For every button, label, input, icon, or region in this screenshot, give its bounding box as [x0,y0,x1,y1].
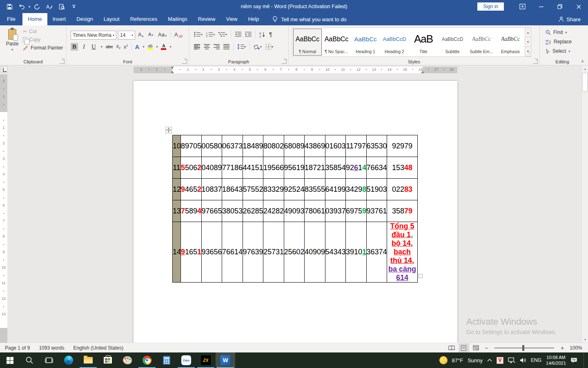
paste-button[interactable]: Paste ▾ [3,28,21,55]
table-cell[interactable]: 92614 [346,157,367,179]
table-cell[interactable]: 77186 [222,157,243,179]
table-cell[interactable]: 51903 [366,179,387,200]
tab-insert[interactable]: Insert [47,13,71,25]
font-dialog-launcher[interactable] [182,59,187,64]
style-h2[interactable]: AaBbCcDHeading 2 [380,29,409,56]
font-family-combo[interactable]: Times New Roma ▾ [71,31,116,40]
table-cell[interactable]: 39101 [346,222,367,283]
first-line-indent-marker[interactable] [171,67,174,69]
weather-sun-icon[interactable] [439,356,448,364]
gallery-scroll-down-icon[interactable]: ▼ [525,37,531,47]
table-cell[interactable]: 11797 [346,135,367,157]
table-cell[interactable]: 83329 [263,179,284,200]
italic-button[interactable]: I [81,43,87,51]
tray-chevron-up-icon[interactable] [487,359,492,362]
zx-app-button[interactable]: ZX [196,352,216,368]
table-cell[interactable]: 01603 [325,135,346,157]
zoom-in-button[interactable]: + [559,345,566,351]
hanging-indent-marker[interactable] [171,71,174,73]
paint-button[interactable] [118,352,137,368]
speaker-icon[interactable] [520,357,526,363]
table-cell[interactable]: 68089 [284,135,305,157]
table-cell[interactable]: 89705 [181,135,202,157]
show-desktop-button[interactable] [584,352,586,368]
tab-design[interactable]: Design [71,13,98,25]
calculator-button[interactable] [157,352,176,368]
table-cell[interactable]: 91651 [181,222,202,283]
change-case-button[interactable]: Aa▾ [157,31,168,38]
table-cell[interactable]: 80802 [263,135,284,157]
table-cell[interactable]: 40909 [305,222,325,283]
table-cell[interactable]: 18643 [222,179,243,200]
pen-tool-icon[interactable]: A [44,1,55,12]
print-preview-icon[interactable] [56,1,67,12]
table-cell[interactable]: 93656 [201,222,222,283]
tab-view[interactable]: View [220,13,243,25]
table-cell[interactable]: 18489 [243,135,263,157]
read-mode-button[interactable] [446,343,457,352]
print-layout-button[interactable] [459,343,469,352]
customize-qat-icon[interactable] [69,1,79,12]
underline-caret-icon[interactable]: ▾ [101,45,102,49]
gallery-more-icon[interactable]: ▼̲ [525,47,531,56]
undo-caret-icon[interactable]: ▾ [29,5,30,9]
clock[interactable]: 10:08 AM 14/6/2021 [546,355,566,366]
table-cell[interactable]: 24282 [263,200,284,222]
clear-formatting-button[interactable]: A [173,31,184,38]
tab-layout[interactable]: Layout [98,13,125,25]
underline-button[interactable]: U [90,43,98,51]
undo-icon[interactable] [16,1,27,12]
clipboard-dialog-launcher[interactable] [60,59,65,64]
unikey-icon[interactable]: V [497,357,503,364]
table-cell[interactable]: 19566 [263,157,284,179]
chrome-button[interactable] [137,352,157,368]
network-icon[interactable] [508,357,515,364]
table-cell[interactable]: 94652 [181,179,202,200]
zoom-slider[interactable] [494,348,554,348]
vertical-scrollbar[interactable]: ▲ ▼ [581,65,588,343]
table-cell[interactable]: 49093 [284,200,305,222]
table-cell[interactable]: Tổng 5 đầu 1, bộ 14, bạch thủ 14, ba càn… [387,222,418,283]
tab-home[interactable]: Home [22,13,47,25]
table-cell[interactable]: 63530 [366,135,387,157]
table-cell[interactable]: 18721 [305,157,325,179]
find-button[interactable]: Find ▾ [546,29,567,35]
table-cell[interactable]: 06373 [222,135,243,157]
file-explorer-button[interactable] [78,352,98,368]
cut-button[interactable]: ✂ Cut [23,29,63,34]
zoom-percentage[interactable]: 100% [570,345,582,351]
table-cell[interactable]: 97639 [243,222,263,283]
sort-button[interactable]: AZ [259,31,265,38]
style-normal[interactable]: AaBbCc¶ Normal [293,29,322,56]
table-cell[interactable]: 44151 [243,157,263,179]
line-spacing-button[interactable]: ▾ [237,44,246,49]
minimize-button[interactable] [532,0,550,13]
table-resize-handle[interactable] [419,274,423,278]
bold-button[interactable]: B [71,43,78,51]
word-taskbar-button[interactable]: W [216,352,235,368]
language-indicator[interactable]: English (United States) [73,345,123,351]
restore-button[interactable] [550,0,569,13]
table-cell[interactable]: 95619 [284,157,305,179]
table-cell[interactable]: 83555 [305,179,325,200]
web-layout-button[interactable] [471,343,481,352]
style-subtle[interactable]: AaBbCcSubtle Em... [467,29,496,56]
table-cell[interactable]: 36374 [366,222,387,283]
tab-file[interactable]: File [0,13,22,25]
share-button[interactable]: Share [559,13,588,25]
table-cell[interactable]: 92979 [387,135,418,157]
table-move-handle[interactable] [165,127,172,133]
show-hide-pilcrow-button[interactable]: ¶ [269,31,272,38]
tab-review[interactable]: Review [193,13,221,25]
shrink-font-button[interactable]: A▾ [147,31,154,38]
replace-button[interactable]: abac Replace [546,39,572,45]
select-button[interactable]: Select ▾ [546,48,570,54]
font-color-button[interactable]: A [161,44,166,50]
tab-help[interactable]: Help [243,13,264,25]
taskbar-search-button[interactable] [20,352,39,368]
task-view-button[interactable] [39,352,59,368]
table-cell[interactable]: 55062 [181,157,202,179]
style-emphasis[interactable]: AaBbCcEmphasis [496,29,525,56]
action-center-icon[interactable] [570,357,577,364]
collapse-ribbon-icon[interactable]: ∧ [581,59,584,63]
